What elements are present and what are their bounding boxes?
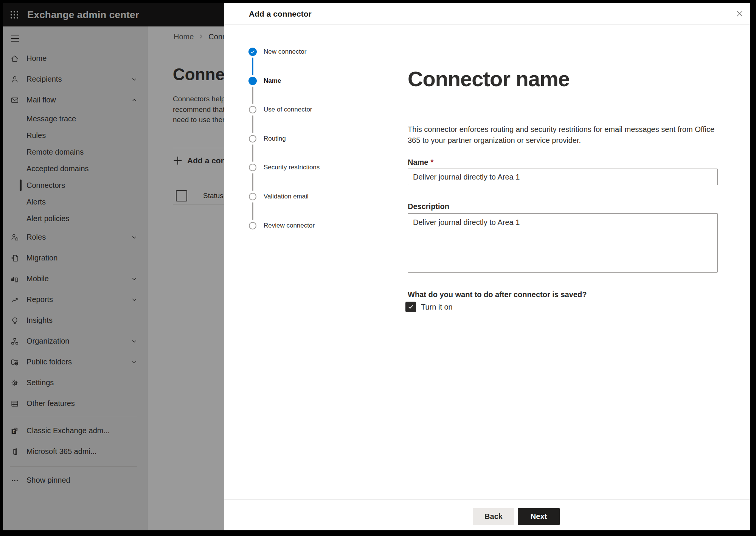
wizard-step-use-of-connector[interactable]: Use of connector xyxy=(248,105,312,115)
wizard-step-label: New connector xyxy=(264,48,306,56)
add-connector-dialog: Add a connector New connectorNameUse of … xyxy=(224,3,750,530)
wizard-step-label: Routing xyxy=(264,135,286,143)
step-completed-icon xyxy=(248,48,257,56)
wizard-step-label: Use of connector xyxy=(264,106,312,113)
wizard-step-validation-email[interactable]: Validation email xyxy=(248,192,309,201)
description-field-label: Description xyxy=(408,202,449,211)
step-connector-line xyxy=(252,57,253,75)
step-upcoming-icon xyxy=(249,135,256,143)
wizard-step-security-restrictions[interactable]: Security restrictions xyxy=(248,163,320,172)
wizard-step-review-connector[interactable]: Review connector xyxy=(248,221,315,231)
connector-description-textarea[interactable]: Deliver journal directly to Area 1 xyxy=(408,213,718,273)
step-connector-line xyxy=(252,173,253,191)
dialog-footer: Back Next xyxy=(224,499,750,530)
step-connector-line xyxy=(252,115,253,133)
turn-it-on-option[interactable]: Turn it on xyxy=(405,302,453,312)
turn-it-on-label: Turn it on xyxy=(421,303,453,311)
screen: Exchange admin center HomeRecipientsMail… xyxy=(3,3,750,530)
connector-name-input[interactable] xyxy=(408,169,718,185)
after-save-question: What do you want to do after connector i… xyxy=(408,290,587,299)
wizard-step-label: Name xyxy=(264,77,281,85)
next-button[interactable]: Next xyxy=(518,508,560,525)
step-description: This connector enforces routing and secu… xyxy=(408,124,715,146)
wizard-step-new-connector[interactable]: New connector xyxy=(248,47,306,57)
turn-it-on-checkbox[interactable] xyxy=(405,302,416,312)
step-current-icon xyxy=(248,77,257,85)
wizard-step-label: Validation email xyxy=(264,193,309,200)
back-button[interactable]: Back xyxy=(473,508,514,525)
step-connector-line xyxy=(252,144,253,162)
check-icon xyxy=(408,304,414,310)
step-connector-line xyxy=(252,87,253,104)
wizard-step-routing[interactable]: Routing xyxy=(248,134,286,144)
step-upcoming-icon xyxy=(249,222,256,229)
wizard-step-label: Security restrictions xyxy=(264,164,320,171)
wizard-step-name[interactable]: Name xyxy=(248,76,281,86)
step-upcoming-icon xyxy=(249,193,256,200)
step-upcoming-icon xyxy=(249,164,256,171)
required-marker: * xyxy=(430,158,433,166)
wizard-step-label: Review connector xyxy=(264,222,315,229)
step-connector-line xyxy=(252,202,253,220)
step-upcoming-icon xyxy=(249,106,256,113)
page-title: Connector name xyxy=(408,67,570,91)
name-field-label: Name* xyxy=(408,158,433,167)
